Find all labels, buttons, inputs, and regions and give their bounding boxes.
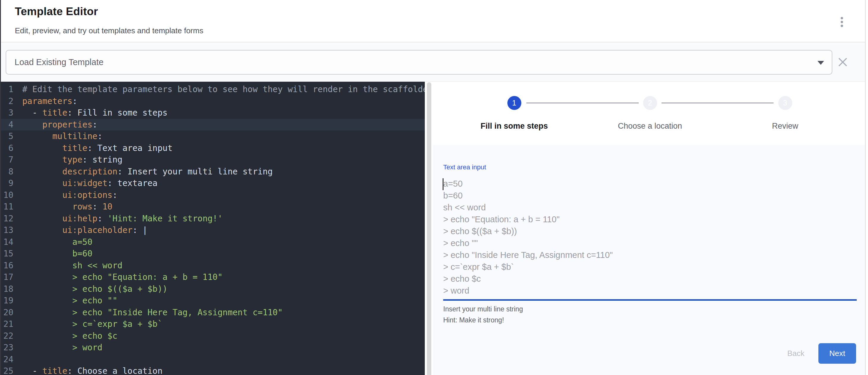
code-text: sh << word: [22, 260, 122, 272]
header: Template Editor Edit, preview, and try o…: [0, 0, 865, 42]
code-text: rows: 10: [22, 201, 112, 213]
line-number: 9: [1, 178, 13, 189]
line-number: 25: [1, 365, 13, 375]
code-line[interactable]: 18 > echo $(($a + $b)): [1, 283, 425, 295]
code-line[interactable]: 3 - title: Fill in some steps: [1, 107, 425, 119]
code-line[interactable]: 23 > word: [1, 342, 425, 354]
code-text: - title: Fill in some steps: [22, 107, 167, 119]
line-number: 23: [1, 342, 13, 354]
code-line[interactable]: 13 ui:placeholder: |: [1, 224, 425, 236]
code-text: ui:options:: [22, 189, 117, 201]
line-number: 6: [1, 142, 13, 154]
code-text: multiline:: [22, 130, 102, 142]
line-number: 10: [1, 189, 13, 201]
code-line[interactable]: 5 multiline:: [1, 130, 425, 142]
line-number: 4: [1, 119, 13, 131]
code-text: description: Insert your multi line stri…: [22, 166, 273, 178]
page-title: Template Editor: [15, 5, 98, 18]
step-label-1: Fill in some steps: [452, 122, 577, 131]
code-text: ui:placeholder: |: [22, 224, 147, 236]
line-number: 21: [1, 318, 13, 330]
code-line[interactable]: 17 > echo "Equation: a + b = 110": [1, 271, 425, 283]
code-line[interactable]: 22 > echo $c: [1, 330, 425, 342]
code-text: - title: Choose a location: [22, 365, 162, 375]
code-line[interactable]: 10 ui:options:: [1, 189, 425, 201]
combobox-value: Load Existing Template: [14, 51, 103, 74]
toolbar: Load Existing Template: [0, 43, 865, 82]
step-form: Text area input a=50 b=60 sh << word > e…: [433, 145, 865, 375]
form-actions: Back Next: [787, 343, 856, 364]
step-circle-3: 3: [778, 96, 792, 110]
line-number: 11: [1, 201, 13, 213]
code-text: type: string: [22, 154, 122, 166]
load-template-combobox[interactable]: Load Existing Template: [6, 50, 832, 74]
code-text: ui:help: 'Hint: Make it strong!': [22, 213, 222, 225]
line-number: 17: [1, 271, 13, 283]
code-line[interactable]: 4 properties:: [1, 119, 425, 131]
kebab-menu-icon[interactable]: [836, 15, 848, 29]
line-number: 22: [1, 330, 13, 342]
code-text: properties:: [22, 119, 97, 131]
line-number: 24: [1, 354, 13, 366]
code-line[interactable]: 15 b=60: [1, 248, 425, 260]
code-text: > echo $c: [22, 330, 117, 342]
line-number: 15: [1, 248, 13, 260]
code-text: > echo "Equation: a + b = 110": [22, 271, 222, 283]
code-line[interactable]: 11 rows: 10: [1, 201, 425, 213]
line-number: 2: [1, 95, 13, 107]
template-preview-panel: 1Fill in some steps2Choose a location3Re…: [433, 82, 865, 375]
window-left-border: [0, 0, 1, 375]
line-number: 8: [1, 166, 13, 178]
code-text: parameters:: [22, 95, 77, 107]
code-text: > echo $(($a + $b)): [22, 283, 167, 295]
code-line[interactable]: 25 - title: Choose a location: [1, 365, 425, 375]
editor-scrollbar-thumb[interactable]: [427, 82, 431, 375]
caret-down-icon[interactable]: [817, 61, 824, 65]
line-number: 20: [1, 307, 13, 318]
code-text: b=60: [22, 248, 92, 260]
clear-selection-button[interactable]: [834, 53, 852, 71]
line-number: 19: [1, 295, 13, 307]
step-label-3: Review: [723, 122, 847, 131]
code-text: > c=`expr $a + $b`: [22, 318, 162, 330]
code-line[interactable]: 12 ui:help: 'Hint: Make it strong!': [1, 213, 425, 225]
field-label: Text area input: [443, 163, 486, 171]
textarea-focus-underline: [443, 299, 857, 301]
code-text: ui:widget: textarea: [22, 178, 157, 189]
line-number: 3: [1, 107, 13, 119]
code-text: > echo "": [22, 295, 117, 307]
code-line[interactable]: 16 sh << word: [1, 260, 425, 272]
line-number: 7: [1, 154, 13, 166]
step-circle-2: 2: [643, 96, 657, 110]
multiline-textarea[interactable]: a=50 b=60 sh << word > echo "Equation: a…: [443, 178, 856, 296]
step-label-2: Choose a location: [588, 122, 712, 131]
code-line[interactable]: 21 > c=`expr $a + $b`: [1, 318, 425, 330]
code-line[interactable]: 1# Edit the template parameters below to…: [1, 84, 425, 95]
step-connector: [526, 102, 639, 103]
code-text: a=50: [22, 236, 92, 248]
yaml-code-editor[interactable]: 1# Edit the template parameters below to…: [1, 82, 425, 375]
code-line[interactable]: 6 title: Text area input: [1, 142, 425, 154]
code-line[interactable]: 24: [1, 354, 425, 366]
line-number: 1: [1, 84, 13, 95]
code-text: > echo "Inside Here Tag, Assignment c=11…: [22, 307, 283, 318]
code-line[interactable]: 20 > echo "Inside Here Tag, Assignment c…: [1, 307, 425, 318]
code-text: title: Text area input: [22, 142, 173, 154]
code-lines: 1# Edit the template parameters below to…: [1, 84, 425, 375]
template-editor-page: Template Editor Edit, preview, and try o…: [0, 0, 868, 375]
line-number: 12: [1, 213, 13, 225]
back-button[interactable]: Back: [787, 349, 804, 358]
code-line[interactable]: 14 a=50: [1, 236, 425, 248]
code-text: > word: [22, 342, 102, 354]
step-connector: [661, 102, 774, 103]
code-line[interactable]: 8 description: Insert your multi line st…: [1, 166, 425, 178]
line-number: 5: [1, 130, 13, 142]
line-number: 13: [1, 224, 13, 236]
line-number: 16: [1, 260, 13, 272]
stepper: 1Fill in some steps2Choose a location3Re…: [433, 82, 865, 145]
code-line[interactable]: 19 > echo "": [1, 295, 425, 307]
code-line[interactable]: 2parameters:: [1, 95, 425, 107]
code-line[interactable]: 7 type: string: [1, 154, 425, 166]
code-line[interactable]: 9 ui:widget: textarea: [1, 178, 425, 189]
next-button[interactable]: Next: [818, 343, 856, 364]
